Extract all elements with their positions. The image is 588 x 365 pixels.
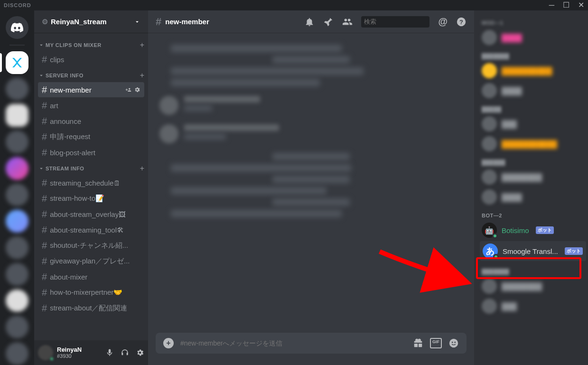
channel----request[interactable]: #申請-request: [38, 129, 144, 144]
attach-button[interactable]: +: [163, 338, 174, 348]
channel-label: art: [50, 102, 58, 110]
member-botisimo[interactable]: 🤖 Botisimo ボット: [482, 220, 584, 240]
invite-icon[interactable]: [125, 86, 132, 93]
gift-button[interactable]: [413, 338, 423, 348]
server-header[interactable]: ⚙ReinyaN_stream: [34, 10, 148, 33]
emoji-button[interactable]: [448, 338, 459, 348]
hash-icon: #: [42, 193, 47, 204]
help-button[interactable]: ?: [456, 17, 467, 27]
channel-shoutout----------[interactable]: #shoutout-チャンネル紹...: [38, 238, 144, 253]
member-item[interactable]: ████: [482, 187, 584, 207]
guild-item[interactable]: [6, 78, 28, 101]
member-item[interactable]: ███████████: [482, 134, 584, 154]
channel-label: about-mixer: [50, 273, 87, 281]
channel-stream-about-----[interactable]: #stream-about／配信関連: [38, 300, 144, 316]
close-button[interactable]: ✕: [578, 1, 584, 9]
blurred-avatar: [159, 124, 178, 143]
hash-icon: #: [42, 303, 47, 314]
member-group-bot: BOT—2: [482, 213, 584, 218]
guild-item[interactable]: [6, 236, 28, 259]
channel-category[interactable]: MY CLIPS ON MIXER+: [34, 37, 148, 51]
channel-art[interactable]: #art: [38, 98, 144, 113]
hash-icon: #: [42, 240, 47, 251]
search-box[interactable]: [361, 16, 429, 28]
guild-item[interactable]: [6, 157, 28, 180]
channel-stream-how-to--[interactable]: #stream-how-to📝: [38, 191, 144, 206]
blurred-message: [171, 187, 327, 195]
svg-point-2: [449, 339, 458, 347]
annotation-highlight: [476, 257, 581, 279]
hash-icon: #: [42, 209, 47, 220]
channel-about-streaming_tool--[interactable]: #about-streaming_tool🛠: [38, 222, 144, 237]
member-name: Botisimo: [502, 226, 529, 234]
guild-item[interactable]: [6, 104, 28, 127]
channel-giveaway-plan-------[interactable]: #giveaway-plan／プレゼ...: [38, 253, 144, 269]
add-channel-button[interactable]: +: [140, 164, 144, 173]
status-online-icon: [49, 356, 54, 361]
channel-announce[interactable]: #announce: [38, 113, 144, 129]
chat-area: # new-member @ ?: [148, 10, 474, 365]
mute-button[interactable]: [105, 348, 114, 357]
minimize-button[interactable]: ─: [549, 1, 554, 9]
channel-category[interactable]: SERVER INFO+: [34, 67, 148, 82]
search-input[interactable]: [364, 18, 444, 25]
chat-input[interactable]: + GIF: [156, 333, 467, 354]
channel-label: streaming_schedule🗓: [50, 179, 121, 187]
svg-point-4: [454, 342, 456, 343]
guild-item[interactable]: [6, 263, 28, 286]
blurred-divider: [272, 176, 350, 183]
members-toggle-button[interactable]: [342, 17, 353, 27]
member-item[interactable]: ████████: [482, 167, 584, 187]
deafen-button[interactable]: [121, 348, 129, 357]
guild-item[interactable]: [6, 316, 28, 338]
channel-label: clips: [50, 56, 64, 64]
guild-item[interactable]: [6, 290, 28, 312]
channel-label: new-member: [50, 86, 92, 94]
member-item[interactable]: ███: [482, 296, 584, 316]
settings-button[interactable]: [136, 348, 144, 357]
notifications-button[interactable]: [304, 17, 315, 27]
guild-mixer[interactable]: [6, 51, 28, 74]
pinned-button[interactable]: [323, 17, 334, 27]
guild-item[interactable]: [6, 131, 28, 153]
blurred-message-block: [159, 124, 463, 143]
home-button[interactable]: [6, 16, 28, 39]
channel-label: 申請-request: [50, 132, 90, 141]
channel-new-member[interactable]: #new-member: [38, 82, 144, 97]
guild-item[interactable]: [6, 342, 28, 365]
channel-clips[interactable]: #clips: [38, 52, 144, 67]
member-item[interactable]: ██████████: [482, 61, 584, 81]
member-item[interactable]: ████████: [482, 276, 584, 296]
mentions-button[interactable]: @: [438, 16, 448, 27]
member-item[interactable]: ████: [482, 81, 584, 101]
channel-streaming_schedule--[interactable]: #streaming_schedule🗓: [38, 175, 144, 190]
add-channel-button[interactable]: +: [140, 71, 144, 80]
category-name: STREAM INFO: [38, 165, 84, 172]
bot-avatar: 🤖: [482, 223, 497, 238]
blurred-message: [171, 164, 351, 172]
channel-about-mixer[interactable]: #about-mixer: [38, 269, 144, 284]
channel-category[interactable]: STREAM INFO+: [34, 160, 148, 175]
member-item[interactable]: ███: [482, 114, 584, 134]
blurred-divider: [272, 56, 350, 64]
add-channel-button[interactable]: +: [140, 41, 144, 49]
user-avatar[interactable]: [38, 345, 53, 360]
bot-tag: ボット: [565, 247, 583, 255]
guild-item[interactable]: [6, 210, 28, 233]
gif-button[interactable]: GIF: [430, 338, 442, 348]
blurred-message: [171, 210, 342, 217]
member-list: MOD—1 ████ ███████ ██████████ ████ █████…: [474, 10, 588, 365]
member-item[interactable]: ████: [482, 28, 584, 47]
titlebar-left: DISCORD: [4, 2, 31, 8]
channel-about-stream_overlay--[interactable]: #about-stream_overlay🖼: [38, 206, 144, 222]
status-online-icon: [492, 233, 498, 239]
hash-icon: #: [42, 100, 47, 111]
guild-list: [0, 10, 34, 365]
guild-item[interactable]: [6, 184, 28, 206]
message-input[interactable]: [180, 339, 406, 347]
channel-how-to-mixerpertner--[interactable]: #how-to-mixerpertner🤝: [38, 285, 144, 300]
gear-icon[interactable]: [134, 86, 140, 93]
maximize-button[interactable]: ☐: [563, 1, 569, 9]
channel-blog-post-alert[interactable]: #blog-post-alert: [38, 145, 144, 160]
channel-label: stream-how-to📝: [50, 194, 104, 203]
